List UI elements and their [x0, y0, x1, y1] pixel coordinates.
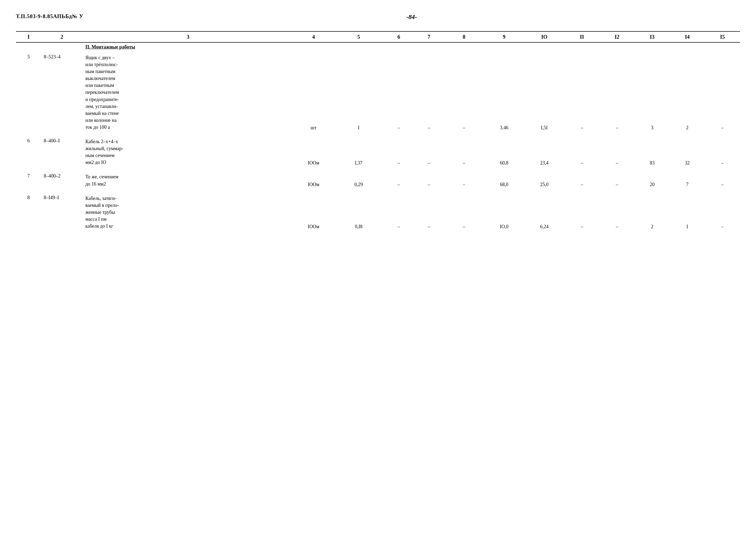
row7-col7: –	[414, 171, 444, 189]
table-row: 6 8–400–I Кабель 2–х+4–х жильный, суммар…	[16, 135, 740, 167]
item-code-7: 8–400–2	[41, 171, 83, 189]
row7-col11: –	[564, 171, 600, 189]
col-header-6: 6	[384, 31, 414, 42]
row6-col4: IOOм	[293, 135, 334, 167]
row6-col10: 23,4	[524, 135, 564, 167]
row6-col6: –	[384, 135, 414, 167]
spacer-2	[16, 167, 740, 171]
row5-col8: –	[444, 51, 484, 132]
item-desc-6: Кабель 2–х+4–х жильный, суммар- ным сече…	[83, 135, 293, 167]
row7-col14: 7	[670, 171, 705, 189]
item-desc-8: Кабель, затяги- ваемый в прело- женные т…	[83, 192, 293, 231]
row8-col8: –	[444, 192, 484, 231]
row7-col6: –	[384, 171, 414, 189]
item-code-6: 8–400–I	[41, 135, 83, 167]
row7-col4: IOOм	[293, 171, 334, 189]
col-header-7: 7	[414, 31, 444, 42]
row7-col10: 25,0	[524, 171, 564, 189]
row5-col7: –	[414, 51, 444, 132]
row-num-5: 5	[16, 51, 41, 132]
row8-col5: 0,I8	[334, 192, 384, 231]
row6-col15: –	[705, 135, 740, 167]
spacer-3	[16, 189, 740, 192]
table-row: 7 8–400–2 То же, сечением до 16 мм2 IOOм…	[16, 171, 740, 189]
row8-col6: –	[384, 192, 414, 231]
row6-col7: –	[414, 135, 444, 167]
row5-col15: –	[705, 51, 740, 132]
col-header-4: 4	[293, 31, 334, 42]
row6-col13: 83	[635, 135, 670, 167]
row8-col15: –	[705, 192, 740, 231]
col-header-9: 9	[484, 31, 524, 42]
section-title: П. Монтажные работы	[83, 42, 740, 51]
spacer-1	[16, 132, 740, 135]
col-header-11: II	[564, 31, 600, 42]
row5-col9: 3.46	[484, 51, 524, 132]
item-code-5: 8–523–4	[41, 51, 83, 132]
col-header-15: I5	[705, 31, 740, 42]
row6-col12: –	[600, 135, 635, 167]
row8-col14: I	[670, 192, 705, 231]
row5-col12: –	[600, 51, 635, 132]
row8-col12: –	[600, 192, 635, 231]
row7-col15: –	[705, 171, 740, 189]
row5-col14: 2	[670, 51, 705, 132]
row5-col4: шт	[293, 51, 334, 132]
row-num-8: 8	[16, 192, 41, 231]
row7-col8: –	[444, 171, 484, 189]
row5-col11: –	[564, 51, 600, 132]
col-header-8: 8	[444, 31, 484, 42]
col-header-13: I3	[635, 31, 670, 42]
item-desc-7: То же, сечением до 16 мм2	[83, 171, 293, 189]
col-header-14: I4	[670, 31, 705, 42]
section-title-row: П. Монтажные работы	[16, 42, 740, 51]
row7-col9: 68,0	[484, 171, 524, 189]
row6-col14: 32	[670, 135, 705, 167]
row7-col12: –	[600, 171, 635, 189]
table-row: 5 8–523–4 Ящик с двух – или трёхполюс- н…	[16, 51, 740, 132]
row6-col8: –	[444, 135, 484, 167]
row5-col10: I,5I	[524, 51, 564, 132]
row8-col7: –	[414, 192, 444, 231]
main-table: I 2 3 4 5 6 7 8 9 IO II I2 I3 I4 I5 П. М…	[16, 31, 740, 231]
row8-col13: 2	[635, 192, 670, 231]
col-header-2: 2	[41, 31, 83, 42]
header-left-text: Т.П.503-9-8.85АПЬБд№ У	[16, 13, 83, 19]
col-header-5: 5	[334, 31, 384, 42]
col-header-3: 3	[83, 31, 293, 42]
col-header-1: I	[16, 31, 41, 42]
row8-col10: 6,24	[524, 192, 564, 231]
row8-col11: –	[564, 192, 600, 231]
item-desc-5: Ящик с двух – или трёхполюс- ным пакетны…	[83, 51, 293, 132]
row-num-7: 7	[16, 171, 41, 189]
header-center-text: -84-	[406, 13, 417, 21]
col-header-10: IO	[524, 31, 564, 42]
row5-col13: 3	[635, 51, 670, 132]
row6-col9: 60,8	[484, 135, 524, 167]
row-num-6: 6	[16, 135, 41, 167]
row7-col13: 20	[635, 171, 670, 189]
row8-col4: IOOм	[293, 192, 334, 231]
item-code-8: 8–I49–I	[41, 192, 83, 231]
table-row: 8 8–I49–I Кабель, затяги- ваемый в прело…	[16, 192, 740, 231]
page-header: Т.П.503-9-8.85АПЬБд№ У -84-	[16, 11, 740, 23]
col-header-12: I2	[600, 31, 635, 42]
row5-col6: –	[384, 51, 414, 132]
row5-col5: I	[334, 51, 384, 132]
row6-col5: I,37	[334, 135, 384, 167]
row7-col5: 0,29	[334, 171, 384, 189]
row8-col9: IO,0	[484, 192, 524, 231]
row6-col11: –	[564, 135, 600, 167]
table-header-row: I 2 3 4 5 6 7 8 9 IO II I2 I3 I4 I5	[16, 31, 740, 42]
